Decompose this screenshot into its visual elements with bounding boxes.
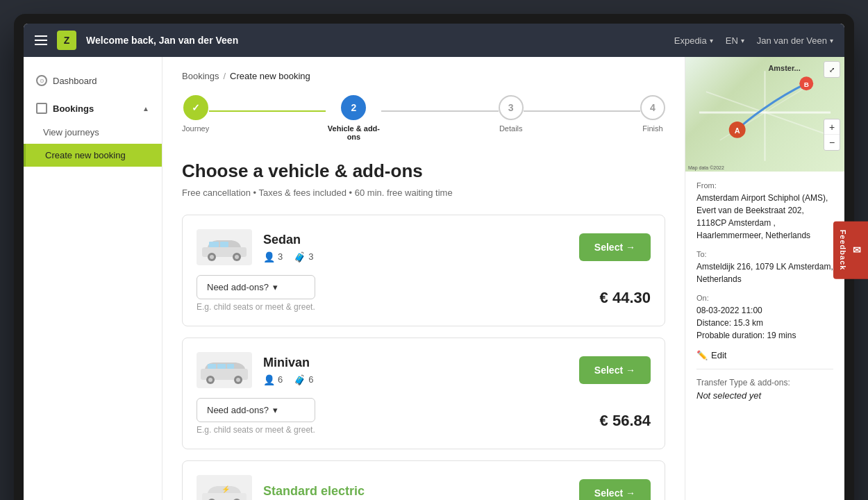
sidebar-item-dashboard[interactable]: ⊙ Dashboard bbox=[24, 68, 162, 93]
step-3-label: Details bbox=[499, 124, 523, 133]
feedback-icon: ✉ bbox=[851, 244, 862, 256]
content-area: Bookings / Create new booking ✓ Journey … bbox=[162, 57, 685, 500]
trip-to-row: To: Amsteldijk 216, 1079 LK Amsterdam, N… bbox=[696, 250, 833, 285]
trip-on-row: On: 08-03-2022 11:00 Distance: 15.3 km P… bbox=[696, 294, 833, 342]
breadcrumb: Bookings / Create new booking bbox=[182, 71, 665, 81]
user-dropdown[interactable]: Jan van der Veen bbox=[757, 35, 833, 46]
map-zoom-controls: + − bbox=[824, 119, 840, 151]
connector-2 bbox=[381, 110, 498, 112]
breadcrumb-current: Create new booking bbox=[230, 71, 310, 81]
trip-to-label: To: bbox=[696, 250, 833, 258]
trip-info: From: Amsterdam Airport Schiphol (AMS), … bbox=[685, 172, 844, 419]
sedan-addons-wrap: Need add-ons? ▾ E.g. child seats or meet… bbox=[197, 275, 315, 312]
step-vehicle: 2 Vehicle & add-ons bbox=[326, 95, 381, 141]
minivan-luggage: 🧳 6 bbox=[294, 374, 313, 385]
svg-rect-6 bbox=[220, 242, 228, 247]
stepper: ✓ Journey 2 Vehicle & add-ons 3 Details bbox=[182, 95, 665, 141]
top-navigation: Z Welcome back, Jan van der Veen Expedia… bbox=[24, 24, 844, 57]
luggage-icon: 🧳 bbox=[294, 251, 306, 262]
breadcrumb-separator: / bbox=[223, 71, 226, 81]
sedan-addons-button[interactable]: Need add-ons? ▾ bbox=[197, 275, 315, 299]
passenger-icon: 👤 bbox=[263, 251, 275, 262]
minivan-passengers: 👤 6 bbox=[263, 374, 283, 385]
dashboard-label: Dashboard bbox=[53, 76, 97, 86]
transfer-type-value: Not selected yet bbox=[696, 390, 833, 401]
map-expand-button[interactable]: ⤢ bbox=[824, 61, 840, 78]
step-3-circle: 3 bbox=[499, 95, 524, 120]
map-zoom-out-button[interactable]: − bbox=[824, 135, 840, 150]
electric-info: Standard electric bbox=[263, 484, 568, 501]
trip-datetime-value: 08-03-2022 11:00 bbox=[696, 304, 833, 317]
trip-from-value: Amsterdam Airport Schiphol (AMS), Evert … bbox=[696, 192, 833, 242]
transfer-type-label: Transfer Type & add-ons: bbox=[696, 378, 833, 388]
minivan-image bbox=[197, 352, 252, 388]
menu-icon[interactable] bbox=[35, 35, 47, 45]
electric-name: Standard electric bbox=[263, 484, 568, 499]
minivan-addons-button[interactable]: Need add-ons? ▾ bbox=[197, 398, 315, 422]
svg-rect-12 bbox=[208, 364, 216, 369]
luggage-icon: 🧳 bbox=[294, 374, 306, 385]
minivan-select-button[interactable]: Select → bbox=[579, 356, 651, 384]
sidebar: ⊙ Dashboard Bookings ▲ View journeys bbox=[24, 57, 162, 500]
electric-header: ⚡ Standard electric Select → bbox=[197, 475, 651, 500]
svg-point-9 bbox=[208, 378, 212, 382]
vehicle-card-electric: ⚡ Standard electric Select → bbox=[182, 460, 665, 500]
svg-text:A: A bbox=[735, 126, 740, 135]
step-2-label: Vehicle & add-ons bbox=[326, 124, 381, 141]
bookings-section: Bookings ▲ View journeys Create new book… bbox=[24, 96, 162, 167]
minivan-addons-hint: E.g. child seats or meet & greet. bbox=[197, 425, 315, 435]
map-background: A B Amster... ⤢ + − bbox=[685, 57, 844, 172]
svg-rect-13 bbox=[217, 364, 226, 369]
step-1-label: Journey bbox=[182, 124, 209, 133]
sedan-footer: Need add-ons? ▾ E.g. child seats or meet… bbox=[197, 275, 651, 312]
page-subtitle: Free cancellation • Taxes & fees include… bbox=[182, 188, 665, 198]
lang-dropdown[interactable]: EN bbox=[726, 35, 744, 46]
trip-divider bbox=[696, 369, 833, 369]
trip-duration-value: Probable duration: 19 mins bbox=[696, 329, 833, 342]
sedan-name: Sedan bbox=[263, 233, 568, 247]
sedan-passengers: 👤 3 bbox=[263, 251, 283, 262]
vehicle-card-minivan: Minivan 👤 6 🧳 6 bbox=[182, 338, 665, 449]
trip-from-row: From: Amsterdam Airport Schiphol (AMS), … bbox=[696, 181, 833, 242]
bookings-header[interactable]: Bookings ▲ bbox=[24, 96, 162, 121]
transfer-type-row: Transfer Type & add-ons: Not selected ye… bbox=[696, 378, 833, 401]
sedan-specs: 👤 3 🧳 3 bbox=[263, 251, 568, 262]
sidebar-item-create-booking[interactable]: Create new booking bbox=[24, 144, 162, 167]
trip-to-value: Amsteldijk 216, 1079 LK Amsterdam, Nethe… bbox=[696, 260, 833, 285]
svg-point-4 bbox=[235, 255, 239, 259]
page-title: Choose a vehicle & add-ons bbox=[182, 160, 665, 182]
feedback-tab[interactable]: ✉ Feedback bbox=[833, 222, 868, 279]
minivan-name: Minivan bbox=[263, 356, 568, 370]
sedan-header: Sedan 👤 3 🧳 3 bbox=[197, 229, 651, 265]
minivan-info: Minivan 👤 6 🧳 6 bbox=[263, 356, 568, 385]
minivan-addons-wrap: Need add-ons? ▾ E.g. child seats or meet… bbox=[197, 398, 315, 435]
step-4-label: Finish bbox=[642, 124, 662, 133]
connector-1 bbox=[209, 110, 326, 112]
sedan-select-button[interactable]: Select → bbox=[579, 233, 651, 261]
trip-on-label: On: bbox=[696, 294, 833, 302]
map-zoom-in-button[interactable]: + bbox=[824, 119, 840, 135]
minivan-price: € 56.84 bbox=[600, 412, 651, 430]
svg-text:B: B bbox=[804, 81, 809, 88]
minivan-footer: Need add-ons? ▾ E.g. child seats or meet… bbox=[197, 398, 651, 435]
minivan-specs: 👤 6 🧳 6 bbox=[263, 374, 568, 385]
sedan-price: € 44.30 bbox=[600, 289, 651, 307]
svg-text:Amster...: Amster... bbox=[768, 64, 800, 72]
electric-select-button[interactable]: Select → bbox=[579, 479, 651, 500]
nav-right: Expedia EN Jan van der Veen bbox=[674, 35, 833, 46]
sedan-image bbox=[197, 229, 252, 265]
vehicle-card-sedan: Sedan 👤 3 🧳 3 bbox=[182, 215, 665, 326]
step-details: 3 Details bbox=[499, 95, 524, 133]
step-4-circle: 4 bbox=[640, 95, 665, 120]
sidebar-item-view-journeys[interactable]: View journeys bbox=[24, 121, 162, 144]
svg-rect-5 bbox=[209, 242, 219, 247]
edit-icon: ✏️ bbox=[696, 350, 708, 360]
svg-text:⚡: ⚡ bbox=[222, 485, 231, 494]
expedia-dropdown[interactable]: Expedia bbox=[674, 35, 713, 46]
breadcrumb-parent[interactable]: Bookings bbox=[182, 71, 219, 81]
step-2-circle: 2 bbox=[341, 95, 366, 120]
trip-edit-button[interactable]: ✏️ Edit bbox=[696, 350, 833, 360]
step-journey: ✓ Journey bbox=[182, 95, 209, 133]
logo: Z bbox=[57, 31, 76, 50]
trip-distance-value: Distance: 15.3 km bbox=[696, 317, 833, 329]
